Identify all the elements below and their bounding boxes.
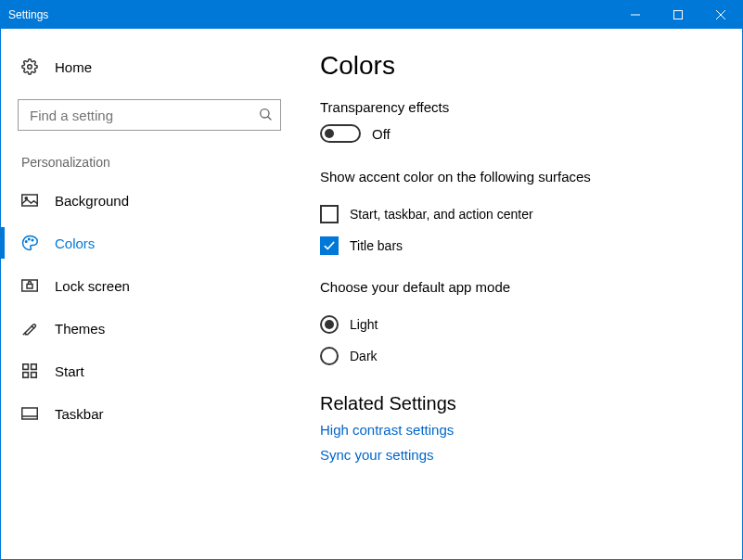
sidebar-item-lock-screen[interactable]: Lock screen	[18, 264, 281, 307]
main-panel: Colors Transparency effects Off Show acc…	[298, 29, 742, 559]
svg-rect-14	[23, 364, 29, 370]
start-icon	[21, 363, 38, 379]
sidebar-item-themes[interactable]: Themes	[18, 307, 281, 350]
svg-rect-7	[22, 195, 38, 206]
titlebar: Settings	[1, 1, 742, 29]
taskbar-icon	[21, 405, 38, 422]
svg-rect-15	[32, 364, 37, 370]
checkbox-icon	[320, 205, 339, 223]
checkbox-label: Title bars	[350, 238, 403, 253]
maximize-button[interactable]	[657, 1, 699, 29]
svg-rect-13	[27, 285, 32, 289]
transparency-label: Transparency effects	[320, 99, 720, 115]
link-sync-settings[interactable]: Sync your settings	[320, 447, 720, 463]
section-label: Personalization	[18, 155, 281, 170]
svg-line-6	[268, 116, 271, 119]
picture-icon	[21, 192, 38, 209]
sidebar-item-background[interactable]: Background	[18, 179, 281, 222]
checkbox-checked-icon	[320, 236, 339, 255]
svg-point-10	[29, 238, 31, 240]
related-settings-heading: Related Settings	[320, 393, 720, 414]
sidebar-item-label: Start	[55, 363, 84, 379]
link-high-contrast[interactable]: High contrast settings	[320, 422, 720, 438]
app-mode-label: Choose your default app mode	[320, 279, 720, 295]
app-mode-radio-dark[interactable]: Dark	[320, 347, 720, 365]
gear-icon	[21, 58, 38, 75]
radio-label: Dark	[350, 349, 378, 363]
search-box[interactable]	[18, 99, 281, 131]
svg-rect-1	[674, 11, 683, 19]
sidebar: Home Personalization Background Colors	[1, 29, 298, 559]
home-label: Home	[55, 59, 92, 75]
sidebar-item-start[interactable]: Start	[18, 350, 281, 392]
sidebar-item-colors[interactable]: Colors	[18, 222, 281, 264]
checkbox-label: Start, taskbar, and action center	[350, 207, 533, 222]
sidebar-item-label: Themes	[55, 321, 105, 337]
lock-screen-icon	[21, 277, 38, 294]
transparency-toggle[interactable]	[320, 124, 361, 143]
search-icon	[258, 107, 273, 124]
page-title: Colors	[320, 51, 720, 81]
window-title: Settings	[8, 8, 48, 21]
radio-label: Light	[350, 317, 378, 332]
svg-rect-18	[22, 408, 38, 419]
search-input[interactable]	[28, 107, 258, 124]
svg-point-4	[28, 65, 32, 70]
radio-selected-icon	[320, 315, 339, 334]
close-button[interactable]	[699, 1, 742, 29]
sidebar-item-label: Colors	[55, 235, 95, 251]
accent-surfaces-label: Show accent color on the following surfa…	[320, 169, 720, 185]
sidebar-item-label: Background	[55, 193, 129, 209]
themes-icon	[21, 320, 38, 337]
sidebar-item-taskbar[interactable]: Taskbar	[18, 392, 281, 435]
radio-icon	[320, 347, 339, 365]
home-nav[interactable]: Home	[18, 51, 281, 83]
accent-checkbox-title-bars[interactable]: Title bars	[320, 236, 720, 255]
svg-point-9	[26, 241, 28, 243]
palette-icon	[21, 235, 38, 251]
svg-point-11	[32, 239, 33, 241]
svg-rect-16	[23, 373, 29, 378]
sidebar-item-label: Taskbar	[55, 406, 104, 422]
app-mode-radio-light[interactable]: Light	[320, 315, 720, 334]
sidebar-item-label: Lock screen	[55, 278, 130, 294]
svg-rect-17	[32, 373, 37, 378]
accent-checkbox-start-taskbar[interactable]: Start, taskbar, and action center	[320, 205, 720, 223]
transparency-state: Off	[372, 126, 391, 142]
minimize-button[interactable]	[614, 1, 657, 29]
